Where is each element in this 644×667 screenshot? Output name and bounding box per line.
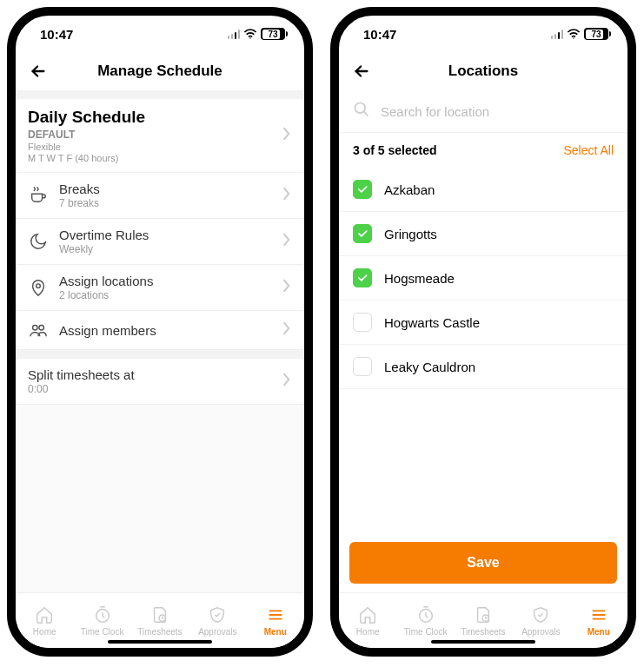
breaks-row[interactable]: Breaks 7 breaks [16, 173, 304, 219]
tab-menu[interactable]: Menu [573, 605, 625, 637]
nav-header: Locations [339, 52, 627, 90]
split-title: Split timesheets at [28, 367, 135, 382]
status-time: 10:47 [363, 27, 396, 42]
members-icon [28, 320, 49, 340]
chevron-right-icon [282, 127, 292, 144]
checkbox-unchecked-icon[interactable] [353, 357, 372, 376]
location-name: Azkaban [384, 182, 435, 197]
coffee-icon [28, 185, 49, 206]
battery-icon: 73 [584, 28, 608, 40]
locations-sub: 2 locations [59, 289, 153, 301]
tab-timeclock[interactable]: Time Clock [76, 605, 129, 637]
wifi-icon [243, 29, 257, 39]
nav-header: Manage Schedule [16, 52, 304, 90]
location-name: Leaky Cauldron [384, 360, 475, 374]
overtime-sub: Weekly [59, 243, 149, 255]
select-all-button[interactable]: Select All [563, 143, 614, 157]
status-bar: 10:47 73 [16, 16, 304, 52]
content: 3 of 5 selected Select All Azkaban Gring… [339, 90, 627, 592]
location-name: Hogsmeade [384, 271, 455, 286]
schedule-days: M T W T F (40 hours) [28, 153, 145, 163]
tab-home[interactable]: Home [342, 605, 394, 637]
svg-point-6 [573, 37, 574, 38]
schedule-type: Flexible [28, 142, 145, 152]
svg-point-7 [355, 103, 366, 114]
checkbox-checked-icon[interactable] [353, 224, 372, 243]
overtime-title: Overtime Rules [59, 228, 149, 242]
checkbox-checked-icon[interactable] [353, 180, 372, 199]
chevron-right-icon [282, 321, 292, 339]
location-row[interactable]: Gringotts [339, 212, 627, 256]
location-row[interactable]: Hogwarts Castle [339, 300, 627, 345]
breaks-title: Breaks [59, 182, 100, 196]
moon-icon [28, 231, 49, 252]
cellular-icon [228, 30, 241, 39]
tab-approvals[interactable]: Approvals [191, 605, 243, 637]
home-indicator [431, 640, 535, 644]
back-button[interactable] [349, 59, 374, 83]
chevron-right-icon [282, 279, 292, 296]
members-title: Assign members [59, 323, 156, 338]
tab-timeclock[interactable]: Time Clock [400, 605, 452, 637]
chevron-right-icon [282, 233, 292, 250]
svg-point-1 [37, 284, 41, 288]
schedule-card[interactable]: Daily Schedule DEFAULT Flexible M T W T … [16, 99, 304, 173]
tab-timesheets[interactable]: Timesheets [457, 605, 509, 637]
status-icons: 73 [551, 28, 609, 40]
phone-locations: 10:47 73 Locations 3 of 5 selected [330, 7, 636, 657]
split-sub: 0:00 [28, 383, 135, 395]
chevron-right-icon [282, 373, 292, 390]
svg-point-3 [39, 326, 43, 331]
breaks-sub: 7 breaks [59, 197, 100, 209]
svg-point-2 [33, 326, 38, 331]
checkbox-unchecked-icon[interactable] [353, 313, 372, 332]
battery-icon: 73 [261, 28, 285, 40]
page-title: Locations [448, 63, 518, 80]
chevron-right-icon [282, 187, 292, 204]
tab-menu[interactable]: Menu [249, 605, 302, 637]
location-row[interactable]: Leaky Cauldron [339, 345, 627, 389]
locations-row[interactable]: Assign locations 2 locations [16, 265, 304, 311]
location-row[interactable]: Hogsmeade [339, 256, 627, 300]
locations-title: Assign locations [59, 274, 153, 288]
tab-approvals[interactable]: Approvals [515, 605, 567, 637]
overtime-row[interactable]: Overtime Rules Weekly [16, 219, 304, 265]
content: Daily Schedule DEFAULT Flexible M T W T … [16, 99, 304, 592]
location-icon [28, 277, 49, 298]
search-input[interactable] [381, 104, 614, 119]
location-name: Gringotts [384, 227, 437, 241]
save-button[interactable]: Save [349, 542, 617, 584]
members-row[interactable]: Assign members [16, 311, 304, 350]
page-title: Manage Schedule [97, 63, 222, 80]
svg-point-0 [249, 37, 250, 38]
status-bar: 10:47 73 [339, 16, 627, 52]
back-button[interactable] [26, 59, 50, 83]
selection-summary: 3 of 5 selected Select All [339, 133, 627, 168]
location-row[interactable]: Azkaban [339, 168, 627, 212]
schedule-title: Daily Schedule [28, 108, 145, 127]
tab-home[interactable]: Home [18, 605, 70, 637]
search-icon [353, 101, 370, 122]
schedule-tag: DEFAULT [28, 129, 145, 141]
status-time: 10:47 [40, 27, 73, 42]
status-icons: 73 [228, 28, 286, 40]
selected-count: 3 of 5 selected [353, 143, 437, 157]
checkbox-checked-icon[interactable] [353, 268, 372, 287]
split-row[interactable]: Split timesheets at 0:00 [16, 359, 304, 405]
tab-timesheets[interactable]: Timesheets [134, 605, 186, 637]
phone-manage-schedule: 10:47 73 Manage Schedule Daily Schedule … [7, 7, 313, 657]
cellular-icon [551, 30, 564, 39]
search-row [339, 90, 627, 133]
wifi-icon [567, 29, 581, 39]
location-name: Hogwarts Castle [384, 315, 480, 330]
home-indicator [108, 640, 212, 644]
